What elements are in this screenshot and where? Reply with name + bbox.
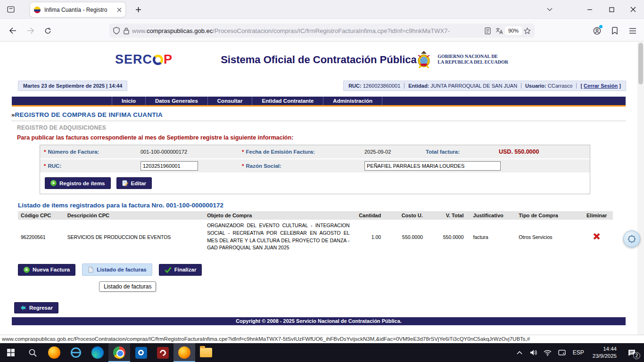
close-window-button[interactable] [622, 0, 644, 19]
tab-close-icon[interactable] [117, 8, 122, 12]
delete-item-icon[interactable] [592, 232, 601, 241]
start-button[interactable] [0, 343, 22, 362]
edit-icon [122, 180, 128, 186]
col-v-total: V. Total [429, 211, 471, 220]
new-tab-button[interactable] [132, 4, 144, 15]
notification-badge: 2 [633, 352, 640, 359]
session-bar: RUC: 1260023860001Entidad: JUNTA PARROQU… [343, 81, 626, 91]
account-icon[interactable] [590, 24, 603, 37]
page-scrollbar[interactable] [637, 42, 644, 335]
regresar-button[interactable]: Regresar [14, 302, 58, 313]
finalizar-button[interactable]: Finalizar [159, 264, 202, 276]
form-buttons: +Registro de ítems Editar [40, 173, 590, 194]
form-row-2: *RUC: *Razón Social: [40, 159, 590, 173]
form-row-1: *Número de Factura: 001-100-000000172 *F… [40, 145, 590, 158]
emission-date-value: 2025-09-02 [361, 147, 422, 156]
plus-icon: + [50, 180, 57, 186]
clock[interactable]: 14:4423/9/2025 [589, 346, 620, 360]
info-row: Martes 23 de Septiembre de 2025 | 14:44 … [11, 81, 626, 92]
ruc-input[interactable] [140, 161, 198, 171]
cell-justificativo: factura [471, 220, 516, 254]
col-cantidad: Cantidad [353, 211, 388, 220]
wifi-icon[interactable] [542, 343, 554, 362]
button-tooltip: Listado de facturas [99, 281, 156, 292]
tray-app-icon[interactable] [556, 343, 568, 362]
cell-objeto: ORGANIZADOR DEL EVENTO CULTURAL - INTEGR… [204, 220, 352, 254]
total-label: Total factura: [422, 147, 495, 156]
menu-item-datos-generales[interactable]: Datos Generales [146, 97, 208, 105]
back-button[interactable] [6, 24, 20, 37]
listado-facturas-button[interactable]: Listado de facturas [82, 263, 152, 276]
invoice-number-label: Número de Factura: [48, 149, 99, 155]
total-value: USD. 550.0000 [495, 147, 543, 157]
taskbar-acrobat-icon[interactable] [152, 343, 173, 362]
razon-social-input[interactable] [364, 161, 501, 171]
browser-tab[interactable]: Infima Cuantía - Registro [30, 2, 125, 17]
url-bar[interactable]: www.compraspublicas.gob.ec/ProcesoContra… [109, 24, 535, 38]
language-indicator[interactable]: ESP [570, 349, 587, 356]
datetime-bar: Martes 23 de Septiembre de 2025 | 14:44 [18, 81, 127, 91]
site-footer: Copyright © 2008 - 2025 Servicio Naciona… [12, 317, 626, 325]
system-tray: ESP 14:4423/9/2025 2 [513, 343, 644, 362]
taskbar-outlook-icon[interactable] [130, 343, 152, 362]
items-table: Código CPC Descripción CPC Objeto de Com… [18, 211, 613, 254]
taskbar-firefox-active-icon[interactable] [173, 343, 195, 362]
col-tipo-compra: Tipo de Compra [516, 211, 580, 220]
forward-button[interactable] [24, 24, 38, 37]
floating-extension-button[interactable] [623, 230, 640, 247]
reader-mode-icon[interactable] [485, 27, 491, 34]
scrollbar-thumb[interactable] [638, 43, 643, 84]
logout-link[interactable]: Cerrar Sesión [584, 83, 618, 89]
bookmark-star-icon[interactable] [524, 27, 531, 34]
zoom-level-badge[interactable]: 90% [505, 26, 522, 35]
ecuador-crest-icon [414, 49, 434, 69]
tray-chevron-icon[interactable] [513, 343, 526, 362]
invoice-form: *Número de Factura: 001-100-000000172 *F… [40, 145, 590, 194]
plus-icon: + [24, 267, 30, 273]
tab-manager-icon[interactable] [5, 4, 17, 15]
taskbar-chrome-icon[interactable] [108, 343, 130, 362]
taskbar-edge-icon[interactable] [87, 343, 108, 362]
registro-items-button[interactable]: +Registro de ítems [45, 177, 111, 189]
instruction-text: Para publicar las facturas correspondien… [17, 134, 626, 141]
notification-center-icon[interactable]: 2 [622, 343, 641, 362]
cell-codigo: 962200561 [18, 220, 65, 254]
shield-icon[interactable] [113, 27, 120, 34]
table-header-row: Código CPC Descripción CPC Objeto de Com… [18, 211, 613, 220]
nueva-factura-button[interactable]: +Nueva Factura [18, 264, 75, 276]
minimize-button[interactable] [579, 0, 601, 19]
browser-toolbar: www.compraspublicas.gob.ec/ProcesoContra… [0, 19, 644, 41]
volume-icon[interactable] [528, 343, 540, 362]
razon-social-label: Razón Social: [246, 163, 281, 169]
page-subtitle: REGISTRO DE ADQUISICIONES [17, 124, 626, 131]
col-codigo-cpc: Código CPC [18, 211, 65, 220]
col-justificativo: Justificativo [471, 211, 516, 220]
menu-item-entidad-contratante[interactable]: Entidad Contratante [252, 97, 323, 105]
taskbar-file-explorer-icon[interactable] [195, 343, 217, 362]
translate-icon[interactable] [495, 27, 503, 34]
site-header: SERCP Sistema Oficial de Contratación Pú… [11, 42, 626, 80]
editar-button[interactable]: Editar [116, 177, 152, 189]
main-menu: Inicio Datos Generales Consultar Entidad… [12, 97, 626, 107]
document-icon [88, 266, 94, 273]
maximize-button[interactable] [601, 0, 622, 19]
taskbar-firefox-icon[interactable] [43, 343, 65, 362]
menu-item-consultar[interactable]: Consultar [208, 97, 253, 105]
extensions-icon[interactable] [608, 24, 621, 37]
menu-item-inicio[interactable]: Inicio [112, 97, 146, 105]
lock-icon[interactable] [124, 27, 129, 34]
reload-button[interactable] [41, 24, 55, 37]
menu-icon[interactable] [626, 24, 639, 37]
tab-title: Infima Cuantía - Registro [44, 7, 114, 13]
action-buttons: +Nueva Factura Listado de facturas Final… [18, 263, 626, 276]
back-arrow-icon [20, 305, 26, 311]
menu-item-administracion[interactable]: Administración [323, 97, 382, 105]
taskbar-internet-explorer-icon[interactable] [65, 343, 87, 362]
url-text: www.compraspublicas.gob.ec/ProcesoContra… [132, 27, 485, 34]
cell-tipo: Otros Servicios [516, 220, 580, 254]
cell-cantidad: 1.00 [353, 220, 388, 254]
invoice-number-value: 001-100-000000172 [137, 147, 238, 156]
page-content: SERCP Sistema Oficial de Contratación Pú… [0, 42, 637, 325]
list-tabs-chevron-icon[interactable] [543, 4, 556, 15]
taskbar-search-icon[interactable] [22, 343, 43, 362]
